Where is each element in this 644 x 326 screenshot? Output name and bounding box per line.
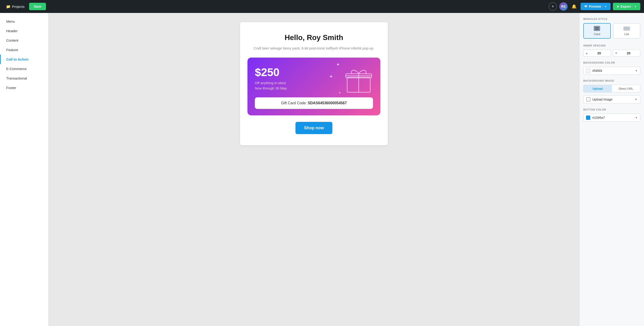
spacing-row: ▲ 20 ▼ 20 [583,50,640,57]
card-style-icon [594,26,600,31]
sparkle-icon-1: ✦ [336,62,340,67]
export-arrow-icon: ➤ [616,5,619,8]
btn-color-swatch [586,115,590,120]
email-card: Hello, Roy Smith Craft beer selvage fann… [240,22,388,145]
projects-button[interactable]: 📁 Projects [4,3,27,10]
spacing-top-input[interactable]: ▲ 20 [583,50,611,57]
sidebar-item-ecommerce[interactable]: E-Commerce [0,64,48,74]
gift-code-prefix: Gift Card Code: [281,101,307,105]
sidebar-item-menu[interactable]: Menu [0,17,48,26]
sidebar-item-content[interactable]: Content [0,36,48,45]
upload-dropdown-chevron-icon: ▼ [634,98,637,101]
gift-icon-wrap [342,62,375,95]
bg-color-chevron-icon: ▼ [635,69,638,72]
down-arrow-icon: ▼ [615,52,618,55]
btn-color-chevron-icon: ▼ [635,116,638,119]
left-sidebar: Menu Header Content Feature Call to Acti… [0,13,48,326]
preview-icon: 👁 [584,5,588,8]
add-button[interactable]: + [549,2,557,11]
background-image-section: BACKGROUND IMAGE Upload Direct URL ↑ Upl… [583,79,640,104]
export-label: Export [621,5,631,8]
btn-color-hex: #1595e7 [592,116,633,119]
preview-button[interactable]: 👁 Preview ▼ [580,3,610,10]
projects-label: Projects [12,5,24,9]
gift-code-box: Gift Card Code: SDAS64536000054567 [255,97,373,109]
sidebar-item-header[interactable]: Header [0,26,48,36]
style-option-card[interactable]: Card [583,23,611,39]
preview-label: Preview [589,5,601,8]
inner-spacing-section: INNER SPACING ▲ 20 ▼ 20 [583,44,640,57]
spacing-bottom-input[interactable]: ▼ 20 [613,50,640,57]
modules-style-label: MODULES STYLE [583,18,640,20]
button-color-picker[interactable]: #1595e7 ▼ [583,114,640,122]
notifications-button[interactable]: 🔔 [570,2,578,11]
canvas-area: Hello, Roy Smith Craft beer selvage fann… [48,13,579,326]
gift-icon [342,62,375,95]
button-color-label: BUTTON COLOR [583,108,640,111]
email-subtext: Craft beer selvage fanny pack, 8-bit pos… [248,46,380,51]
list-style-icon [624,26,630,31]
topbar-right: + RS 🔔 👁 Preview ▼ ➤ Export ▼ [549,2,640,11]
export-button[interactable]: ➤ Export ▼ [613,3,640,10]
upload-image-dropdown[interactable]: ↑ Upload Image ▼ [583,95,640,104]
save-button[interactable]: Save [29,3,46,10]
spacing-bottom-value: 20 [619,51,638,55]
sidebar-item-call-to-action[interactable]: Call to Action [0,55,48,64]
inner-spacing-label: INNER SPACING [583,44,640,47]
gift-card: ✦ ✦ ✦ ✦ [248,58,380,115]
avatar[interactable]: RS [559,2,568,11]
list-label: List [624,32,629,36]
bg-color-hex: #f4f4f4 [592,69,633,73]
direct-url-tab-button[interactable]: Direct URL [612,85,640,92]
sidebar-item-feature[interactable]: Feature [0,45,48,55]
background-color-picker[interactable]: #f4f4f4 ▼ [583,67,640,75]
button-color-section: BUTTON COLOR #1595e7 ▼ [583,108,640,122]
right-panel: MODULES STYLE Card List INNER SPACING [579,13,644,326]
style-option-list[interactable]: List [613,23,640,39]
sparkle-icon-2: ✦ [329,74,333,79]
up-arrow-icon: ▲ [585,52,588,55]
main-layout: Menu Header Content Feature Call to Acti… [0,13,644,326]
bg-color-swatch [586,68,590,73]
email-heading: Hello, Roy Smith [248,33,380,42]
background-color-section: BACKGROUND COLOR #f4f4f4 ▼ [583,61,640,75]
sparkle-icon-4: ✦ [338,91,341,95]
gift-code-value: SDAS64536000054567 [308,101,347,105]
sidebar-item-transactional[interactable]: Transactional [0,74,48,83]
preview-chevron-icon: ▼ [602,5,607,8]
shop-now-button[interactable]: Shop now [296,122,332,134]
folder-icon: 📁 [6,5,10,9]
spacing-top-value: 20 [590,51,609,55]
upload-tab-button[interactable]: Upload [584,85,612,92]
upload-icon: ↑ [586,97,590,101]
card-label: Card [594,32,600,36]
topbar: 📁 Projects Save + RS 🔔 👁 Preview ▼ ➤ Exp… [0,0,644,13]
topbar-left: 📁 Projects Save [4,3,46,10]
svg-rect-5 [595,28,599,29]
background-color-label: BACKGROUND COLOR [583,61,640,64]
export-chevron-icon: ▼ [632,5,636,8]
sidebar-item-footer[interactable]: Footer [0,83,48,92]
module-style-row: Card List [583,23,640,39]
bg-image-tab-row: Upload Direct URL [583,85,640,92]
upload-image-label: Upload Image [592,98,633,101]
background-image-label: BACKGROUND IMAGE [583,79,640,82]
sparkle-icon-3: ✦ [371,98,374,101]
